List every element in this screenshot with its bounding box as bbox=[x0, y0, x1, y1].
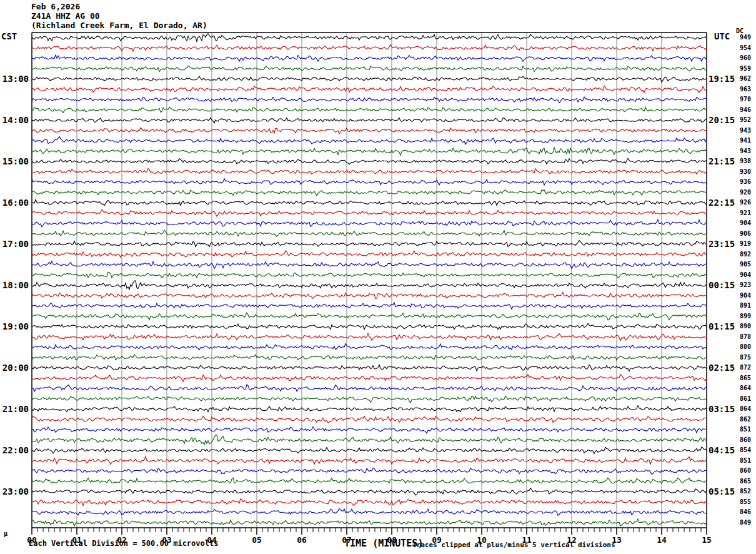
dc-value: 960 bbox=[740, 54, 751, 61]
scale-note: Each Vertical Division = 500.00 microvol… bbox=[29, 539, 218, 548]
utc-hour-label: 00:15 bbox=[709, 280, 735, 290]
utc-hour-label: 21:15 bbox=[709, 156, 735, 166]
dc-value: 946 bbox=[740, 106, 751, 113]
dc-value: 970 bbox=[740, 96, 751, 103]
dc-value: 864 bbox=[740, 405, 751, 412]
trace-row bbox=[32, 219, 707, 227]
trace-row bbox=[32, 55, 707, 62]
trace-row bbox=[32, 344, 707, 350]
trace-row bbox=[32, 355, 707, 361]
dc-value: 851 bbox=[740, 426, 751, 433]
utc-hour-label: 03:15 bbox=[709, 404, 735, 414]
trace-row bbox=[32, 45, 707, 51]
helicorder-plot bbox=[0, 0, 756, 554]
dc-value: 952 bbox=[740, 116, 751, 123]
trace-row bbox=[32, 107, 707, 113]
dc-value: 919 bbox=[740, 240, 751, 247]
trace-row bbox=[32, 118, 707, 123]
trace-row bbox=[32, 76, 707, 82]
dc-value: 852 bbox=[740, 488, 751, 495]
trace-row bbox=[32, 488, 707, 495]
dc-value: 864 bbox=[740, 385, 751, 391]
dc-value: 854 bbox=[740, 446, 751, 453]
dc-value: 880 bbox=[740, 343, 751, 350]
dc-value: 962 bbox=[740, 75, 751, 82]
dc-value: 849 bbox=[740, 519, 751, 526]
dc-value: 890 bbox=[740, 323, 751, 330]
dc-value: 943 bbox=[740, 148, 751, 154]
utc-hour-label: 23:15 bbox=[709, 239, 735, 249]
utc-hour-label: 04:15 bbox=[709, 445, 735, 455]
trace-row bbox=[32, 292, 707, 298]
trace-row bbox=[32, 468, 707, 474]
trace-row bbox=[32, 435, 707, 445]
dc-value: 921 bbox=[740, 209, 751, 216]
trace-row bbox=[32, 137, 707, 144]
utc-hour-label: 05:15 bbox=[709, 486, 735, 496]
trace-row bbox=[32, 406, 707, 412]
trace-row bbox=[32, 508, 707, 515]
trace-row bbox=[32, 179, 707, 185]
dc-value: 906 bbox=[740, 230, 751, 237]
utc-hour-label: 02:15 bbox=[709, 363, 735, 373]
cst-hour-label: 17:00 bbox=[0, 239, 29, 249]
trace-row bbox=[32, 190, 707, 196]
trace-row bbox=[32, 313, 707, 320]
dc-value: 855 bbox=[740, 498, 751, 505]
trace-row bbox=[32, 365, 707, 371]
cst-hour-label: 14:00 bbox=[0, 115, 29, 125]
trace-row bbox=[32, 97, 707, 103]
cst-hour-label: 19:00 bbox=[0, 321, 29, 331]
dc-value: 904 bbox=[740, 292, 751, 299]
trace-row bbox=[32, 281, 707, 290]
corner-glyph: µ bbox=[4, 530, 7, 537]
dc-value: 943 bbox=[740, 127, 751, 134]
dc-value: 926 bbox=[740, 199, 751, 206]
dc-value: 936 bbox=[740, 178, 751, 185]
trace-row bbox=[32, 230, 707, 236]
trace-row bbox=[32, 251, 707, 258]
trace-row bbox=[32, 499, 707, 506]
dc-value: 905 bbox=[740, 261, 751, 268]
dc-value: 865 bbox=[740, 375, 751, 381]
utc-hour-label: 01:15 bbox=[709, 321, 735, 331]
dc-value: 963 bbox=[740, 86, 751, 93]
utc-hour-label: 20:15 bbox=[709, 115, 735, 125]
dc-value: 959 bbox=[740, 65, 751, 72]
cst-hour-label: 21:00 bbox=[0, 404, 29, 414]
trace-row bbox=[32, 385, 707, 391]
clip-note: Traces clipped at plus/minus 5 vertical … bbox=[412, 541, 615, 549]
x-tick-label: 06 bbox=[291, 535, 313, 545]
trace-row bbox=[32, 199, 707, 206]
cst-hour-label: 22:00 bbox=[0, 445, 29, 455]
dc-value: 878 bbox=[740, 333, 751, 340]
trace-row bbox=[32, 375, 707, 381]
cst-hour-label: 15:00 bbox=[0, 156, 29, 166]
trace-row bbox=[32, 128, 707, 134]
trace-row bbox=[32, 272, 707, 278]
trace-row bbox=[32, 427, 707, 433]
trace-row bbox=[32, 519, 707, 526]
trace-row bbox=[32, 158, 707, 164]
trace-row bbox=[32, 447, 707, 454]
dc-value: 875 bbox=[740, 354, 751, 361]
trace-row bbox=[32, 261, 707, 269]
trace-row bbox=[32, 456, 707, 465]
cst-hour-label: 13:00 bbox=[0, 74, 29, 84]
trace-row bbox=[32, 34, 707, 42]
trace-row bbox=[32, 241, 707, 247]
cst-hour-label: 18:00 bbox=[0, 280, 29, 290]
dc-value: 930 bbox=[740, 168, 751, 175]
dc-value: 851 bbox=[740, 457, 751, 464]
cst-hour-label: 16:00 bbox=[0, 198, 29, 208]
dc-value: 949 bbox=[740, 34, 751, 41]
utc-hour-label: 22:15 bbox=[709, 198, 735, 208]
trace-row bbox=[32, 333, 707, 341]
trace-row bbox=[32, 416, 707, 423]
cst-hour-label: 20:00 bbox=[0, 363, 29, 373]
cst-hour-label: 23:00 bbox=[0, 486, 29, 496]
trace-row bbox=[32, 323, 707, 330]
dc-value: 923 bbox=[740, 281, 751, 288]
dc-value: 860 bbox=[740, 436, 751, 443]
dc-value: 860 bbox=[740, 467, 751, 474]
